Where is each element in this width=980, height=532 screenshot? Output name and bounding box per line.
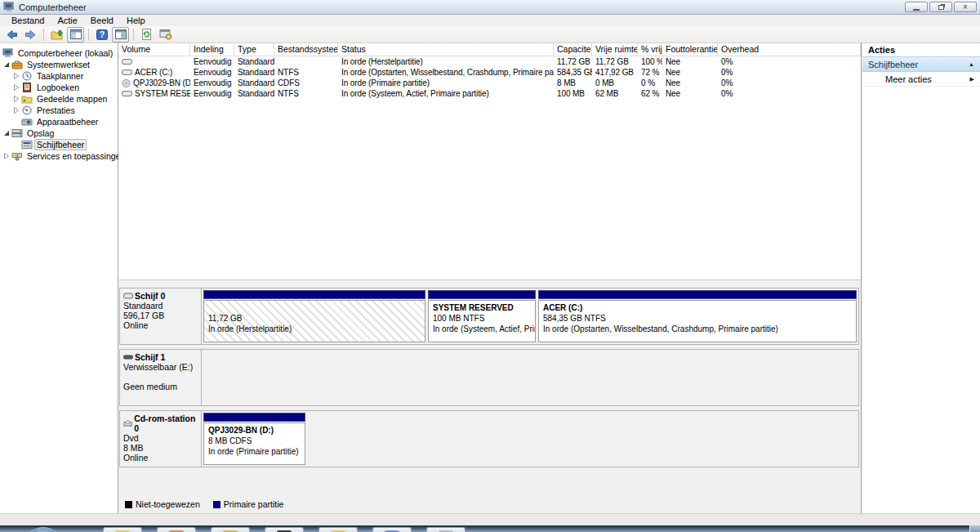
event-log-icon <box>21 83 33 92</box>
tree-item-gedeelde-mappen[interactable]: Gedeelde mappen <box>0 93 118 105</box>
cell-indeling: Eenvoudig <box>190 88 234 99</box>
toolbar-separator <box>88 29 89 41</box>
menu-beeld[interactable]: Beeld <box>84 15 120 26</box>
cell-fs: NTFS <box>274 88 338 99</box>
cell-indeling: Eenvoudig <box>190 56 234 67</box>
taskbar-button[interactable] <box>157 527 196 532</box>
partition-acer-c[interactable]: ACER (C:) 584,35 GB NTFS In orde (Opstar… <box>538 290 857 342</box>
taskbar-button[interactable] <box>211 527 250 532</box>
removable-disk-icon <box>123 354 133 360</box>
tree-item-schijfbeheer[interactable]: Schijfbeheer <box>0 139 118 150</box>
disk-status-text: Online <box>123 320 198 330</box>
partition-title: SYSTEM RESERVED <box>433 302 531 313</box>
window-panel-icon <box>115 29 127 39</box>
cell-capaciteit: 100 MB <box>554 88 592 99</box>
volume-row-system-reserved[interactable]: SYSTEM RESERVED Eenvoudig Standaard NTFS… <box>118 88 861 99</box>
partition-status: In orde (Opstarten, Wisselbestand, Crash… <box>543 324 852 334</box>
disk-name-text: Schijf 0 <box>135 291 165 301</box>
start-button[interactable] <box>24 527 63 532</box>
column-header-status[interactable]: Status <box>338 43 554 56</box>
tree-item-prestaties[interactable]: Prestaties <box>0 105 118 116</box>
column-header-vrije-ruimte[interactable]: Vrije ruimte <box>592 43 638 56</box>
menu-help[interactable]: Help <box>120 15 152 26</box>
disk-status-text: Geen medium <box>123 382 198 391</box>
tree-item-systeemwerkset[interactable]: Systeemwerkset <box>0 59 118 70</box>
restore-icon <box>938 5 944 10</box>
restore-button[interactable] <box>929 2 952 12</box>
drive-icon <box>122 90 132 97</box>
tree-item-computerbeheer[interactable]: Computerbeheer (lokaal) <box>0 47 118 59</box>
tree-item-label: Schijfbeheer <box>34 139 87 150</box>
tree-item-opslag[interactable]: Opslag <box>0 127 118 139</box>
menu-bestand[interactable]: Bestand <box>5 15 51 26</box>
cell-type: Standaard <box>234 56 274 67</box>
cell-type: Standaard <box>234 88 274 99</box>
help-icon: ? <box>96 29 108 40</box>
tree-item-taakplanner[interactable]: Taakplanner <box>0 70 118 82</box>
taskbar-button[interactable] <box>372 527 412 532</box>
column-header-fouttolerantie[interactable]: Fouttolerantie <box>662 43 718 56</box>
refresh-button[interactable] <box>138 27 155 42</box>
taskbar-button[interactable] <box>426 527 466 532</box>
tree-item-apparaatbeheer[interactable]: Apparaatbeheer <box>0 116 118 127</box>
disk-label-cdrom0[interactable]: Cd-rom-station 0 Dvd 8 MB Online <box>120 411 202 467</box>
tree-item-services-en-toepassingen[interactable]: Services en toepassingen <box>0 150 118 162</box>
folder-up-button[interactable] <box>48 27 65 42</box>
partition-system-reserved[interactable]: SYSTEM RESERVED 100 MB NTFS In orde (Sys… <box>428 290 536 342</box>
disk-label-schijf0[interactable]: Schijf 0 Standaard 596,17 GB Online <box>120 288 202 344</box>
disk-row-schijf1: Schijf 1 Verwisselbaar (E:) Geen medium <box>119 349 859 406</box>
column-header-pct-vrij[interactable]: % vrij <box>638 43 662 56</box>
taskbar-button[interactable] <box>318 527 358 532</box>
collapse-expander-icon[interactable] <box>3 61 11 68</box>
column-header-indeling[interactable]: Indeling <box>190 43 234 56</box>
taskbar-button[interactable] <box>265 527 304 532</box>
help-button[interactable]: ? <box>93 27 110 42</box>
column-header-overhead[interactable]: Overhead <box>718 43 861 56</box>
cell-status: In orde (Herstelpartitie) <box>338 56 554 67</box>
partition-qpj3029[interactable]: QPJ3029-BN (D:) 8 MB CDFS In orde (Prima… <box>203 413 305 465</box>
cell-pct: 0 % <box>638 78 662 88</box>
menu-actie[interactable]: Actie <box>51 15 83 26</box>
rescan-disks-icon <box>159 29 172 40</box>
collapse-expander-icon[interactable] <box>3 130 11 136</box>
tree-item-logboeken[interactable]: Logboeken <box>0 82 118 93</box>
cell-overhead: 0% <box>718 56 861 67</box>
volume-row-acer-c[interactable]: ACER (C:) Eenvoudig Standaard NTFS In or… <box>118 67 861 78</box>
volume-row-qpj3029[interactable]: QPJ3029-BN (D:) Eenvoudig Standaard CDFS… <box>118 78 861 88</box>
rescan-disks-button[interactable] <box>157 27 174 42</box>
column-header-volume[interactable]: Volume <box>118 43 190 56</box>
cell-type: Standaard <box>234 67 274 78</box>
partition-herstel[interactable]: 11,72 GB In orde (Herstelpartitie) <box>203 290 425 342</box>
console-tree-toggle-button[interactable] <box>67 27 84 42</box>
disk-label-schijf1[interactable]: Schijf 1 Verwisselbaar (E:) Geen medium <box>120 350 202 405</box>
minimize-button[interactable] <box>905 2 928 12</box>
cell-fs <box>274 56 338 67</box>
show-desktop-button[interactable] <box>969 525 980 532</box>
volume-row-herstel[interactable]: Eenvoudig Standaard In orde (Herstelpart… <box>118 56 861 67</box>
primary-partition-bar <box>203 290 425 299</box>
expand-expander-icon[interactable] <box>13 73 21 79</box>
forward-button[interactable] <box>22 27 39 42</box>
column-header-bestandssysteem[interactable]: Bestandssysteem <box>274 43 338 56</box>
menu-bar: Bestand Actie Beeld Help <box>0 15 980 26</box>
expand-expander-icon[interactable] <box>13 84 21 91</box>
expand-expander-icon[interactable] <box>13 107 21 114</box>
cell-status: In orde (Primaire partitie) <box>338 78 554 88</box>
action-pane-toggle-button[interactable] <box>112 27 129 42</box>
actions-group-schijfbeheer[interactable]: Schijfbeheer ▲ <box>862 57 980 72</box>
toolbar-separator <box>133 29 134 41</box>
tree-item-label: Prestaties <box>34 105 78 116</box>
taskbar-button[interactable] <box>103 527 142 532</box>
back-button[interactable] <box>3 27 20 42</box>
column-header-capaciteit[interactable]: Capaciteit <box>554 43 592 56</box>
toolbar: ? <box>0 26 980 43</box>
device-manager-icon <box>21 117 33 127</box>
performance-gauge-icon <box>21 105 33 115</box>
partition-status: In orde (Systeem, Actief, Primai <box>433 324 531 334</box>
expand-expander-icon[interactable] <box>3 153 11 159</box>
disk-icon <box>123 293 133 299</box>
expand-expander-icon[interactable] <box>13 96 21 102</box>
close-button[interactable]: × <box>954 2 977 12</box>
action-meer-acties[interactable]: Meer acties ▶ <box>862 72 980 87</box>
column-header-type[interactable]: Type <box>234 43 274 56</box>
